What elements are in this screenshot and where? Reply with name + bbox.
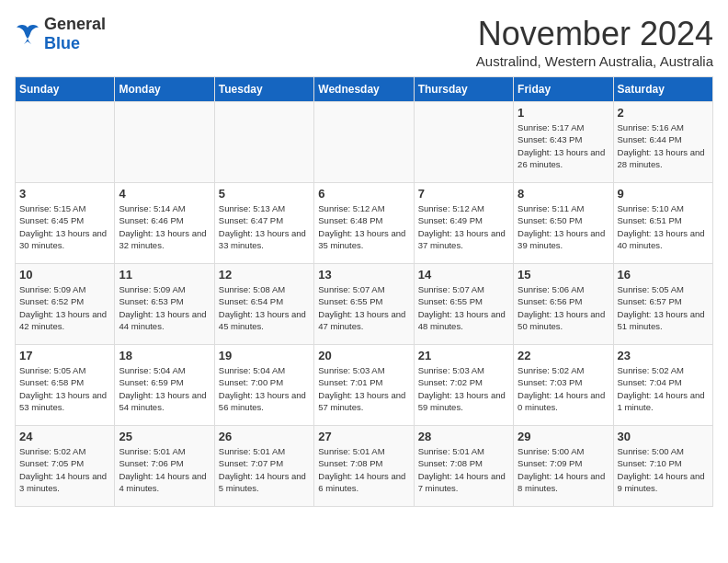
- day-number: 23: [618, 349, 709, 362]
- day-info: Sunrise: 5:17 AMSunset: 6:43 PMDaylight:…: [518, 121, 609, 170]
- day-number: 10: [19, 268, 110, 282]
- day-info: Sunrise: 5:00 AMSunset: 7:09 PMDaylight:…: [518, 445, 609, 494]
- day-number: 4: [119, 187, 210, 201]
- day-info: Sunrise: 5:03 AMSunset: 7:02 PMDaylight:…: [418, 364, 509, 413]
- day-cell: 24Sunrise: 5:02 AMSunset: 7:05 PMDayligh…: [16, 426, 115, 507]
- day-cell: 10Sunrise: 5:09 AMSunset: 6:52 PMDayligh…: [16, 264, 115, 345]
- day-cell: 2Sunrise: 5:16 AMSunset: 6:44 PMDaylight…: [613, 102, 712, 183]
- day-info: Sunrise: 5:07 AMSunset: 6:55 PMDaylight:…: [318, 283, 409, 332]
- day-info: Sunrise: 5:05 AMSunset: 6:58 PMDaylight:…: [19, 364, 110, 413]
- day-number: 5: [219, 187, 310, 201]
- day-number: 3: [19, 187, 110, 201]
- col-header-saturday: Saturday: [613, 77, 712, 102]
- day-number: 20: [318, 349, 409, 362]
- day-info: Sunrise: 5:02 AMSunset: 7:03 PMDaylight:…: [518, 364, 609, 413]
- week-row-2: 3Sunrise: 5:15 AMSunset: 6:45 PMDaylight…: [16, 183, 713, 264]
- col-header-friday: Friday: [514, 77, 613, 102]
- day-info: Sunrise: 5:01 AMSunset: 7:07 PMDaylight:…: [219, 445, 310, 494]
- col-header-wednesday: Wednesday: [314, 77, 414, 102]
- day-number: 21: [418, 349, 509, 362]
- day-cell: 28Sunrise: 5:01 AMSunset: 7:08 PMDayligh…: [414, 426, 513, 507]
- day-info: Sunrise: 5:08 AMSunset: 6:54 PMDaylight:…: [219, 283, 310, 332]
- day-cell: 21Sunrise: 5:03 AMSunset: 7:02 PMDayligh…: [414, 345, 513, 426]
- day-cell: 8Sunrise: 5:11 AMSunset: 6:50 PMDaylight…: [514, 183, 613, 264]
- col-header-thursday: Thursday: [414, 77, 513, 102]
- logo-text: General Blue: [44, 15, 106, 53]
- day-number: 14: [418, 268, 509, 282]
- day-number: 22: [518, 349, 609, 362]
- day-cell: 27Sunrise: 5:01 AMSunset: 7:08 PMDayligh…: [314, 426, 414, 507]
- day-info: Sunrise: 5:16 AMSunset: 6:44 PMDaylight:…: [618, 121, 709, 170]
- month-title: November 2024: [476, 15, 713, 53]
- day-number: 6: [318, 187, 409, 201]
- day-info: Sunrise: 5:00 AMSunset: 7:10 PMDaylight:…: [618, 445, 709, 494]
- col-header-sunday: Sunday: [16, 77, 115, 102]
- header: General Blue November 2024 Australind, W…: [15, 15, 713, 69]
- day-number: 2: [618, 106, 709, 120]
- day-number: 30: [618, 430, 709, 443]
- day-info: Sunrise: 5:03 AMSunset: 7:01 PMDaylight:…: [318, 364, 409, 413]
- day-info: Sunrise: 5:06 AMSunset: 6:56 PMDaylight:…: [518, 283, 609, 332]
- day-info: Sunrise: 5:10 AMSunset: 6:51 PMDaylight:…: [618, 202, 709, 251]
- day-cell: 3Sunrise: 5:15 AMSunset: 6:45 PMDaylight…: [16, 183, 115, 264]
- col-header-monday: Monday: [115, 77, 214, 102]
- day-cell: [314, 102, 414, 183]
- day-info: Sunrise: 5:07 AMSunset: 6:55 PMDaylight:…: [418, 283, 509, 332]
- day-info: Sunrise: 5:05 AMSunset: 6:57 PMDaylight:…: [618, 283, 709, 332]
- day-cell: [16, 102, 115, 183]
- col-header-tuesday: Tuesday: [214, 77, 313, 102]
- day-info: Sunrise: 5:09 AMSunset: 6:52 PMDaylight:…: [19, 283, 110, 332]
- day-number: 11: [119, 268, 210, 282]
- day-info: Sunrise: 5:02 AMSunset: 7:04 PMDaylight:…: [618, 364, 709, 413]
- logo-blue: Blue: [44, 34, 80, 52]
- day-cell: [414, 102, 513, 183]
- day-number: 18: [119, 349, 210, 362]
- day-cell: 16Sunrise: 5:05 AMSunset: 6:57 PMDayligh…: [613, 264, 712, 345]
- day-number: 15: [518, 268, 609, 282]
- day-cell: 26Sunrise: 5:01 AMSunset: 7:07 PMDayligh…: [214, 426, 313, 507]
- day-cell: 25Sunrise: 5:01 AMSunset: 7:06 PMDayligh…: [115, 426, 214, 507]
- day-number: 13: [318, 268, 409, 282]
- day-number: 24: [19, 430, 110, 443]
- day-info: Sunrise: 5:12 AMSunset: 6:49 PMDaylight:…: [418, 202, 509, 251]
- day-info: Sunrise: 5:02 AMSunset: 7:05 PMDaylight:…: [19, 445, 110, 494]
- calendar-table: SundayMondayTuesdayWednesdayThursdayFrid…: [15, 76, 713, 507]
- day-number: 7: [418, 187, 509, 201]
- day-info: Sunrise: 5:01 AMSunset: 7:08 PMDaylight:…: [418, 445, 509, 494]
- day-info: Sunrise: 5:04 AMSunset: 6:59 PMDaylight:…: [119, 364, 210, 413]
- header-row: SundayMondayTuesdayWednesdayThursdayFrid…: [16, 77, 713, 102]
- day-cell: 14Sunrise: 5:07 AMSunset: 6:55 PMDayligh…: [414, 264, 513, 345]
- day-number: 19: [219, 349, 310, 362]
- day-cell: 23Sunrise: 5:02 AMSunset: 7:04 PMDayligh…: [613, 345, 712, 426]
- day-info: Sunrise: 5:09 AMSunset: 6:53 PMDaylight:…: [119, 283, 210, 332]
- day-cell: 30Sunrise: 5:00 AMSunset: 7:10 PMDayligh…: [613, 426, 712, 507]
- day-cell: 11Sunrise: 5:09 AMSunset: 6:53 PMDayligh…: [115, 264, 214, 345]
- day-cell: 20Sunrise: 5:03 AMSunset: 7:01 PMDayligh…: [314, 345, 414, 426]
- day-info: Sunrise: 5:04 AMSunset: 7:00 PMDaylight:…: [219, 364, 310, 413]
- logo-general: General: [44, 15, 106, 33]
- logo: General Blue: [15, 15, 106, 53]
- day-number: 12: [219, 268, 310, 282]
- week-row-1: 1Sunrise: 5:17 AMSunset: 6:43 PMDaylight…: [16, 102, 713, 183]
- day-cell: [214, 102, 313, 183]
- week-row-5: 24Sunrise: 5:02 AMSunset: 7:05 PMDayligh…: [16, 426, 713, 507]
- day-number: 16: [618, 268, 709, 282]
- day-cell: 29Sunrise: 5:00 AMSunset: 7:09 PMDayligh…: [514, 426, 613, 507]
- day-info: Sunrise: 5:15 AMSunset: 6:45 PMDaylight:…: [19, 202, 110, 251]
- day-info: Sunrise: 5:13 AMSunset: 6:47 PMDaylight:…: [219, 202, 310, 251]
- week-row-4: 17Sunrise: 5:05 AMSunset: 6:58 PMDayligh…: [16, 345, 713, 426]
- day-number: 26: [219, 430, 310, 443]
- day-number: 28: [418, 430, 509, 443]
- day-info: Sunrise: 5:14 AMSunset: 6:46 PMDaylight:…: [119, 202, 210, 251]
- logo-bird-icon: [15, 24, 40, 44]
- day-number: 8: [518, 187, 609, 201]
- day-cell: 5Sunrise: 5:13 AMSunset: 6:47 PMDaylight…: [214, 183, 313, 264]
- day-cell: 12Sunrise: 5:08 AMSunset: 6:54 PMDayligh…: [214, 264, 313, 345]
- day-cell: [115, 102, 214, 183]
- day-info: Sunrise: 5:12 AMSunset: 6:48 PMDaylight:…: [318, 202, 409, 251]
- title-area: November 2024 Australind, Western Austra…: [476, 15, 713, 69]
- day-cell: 18Sunrise: 5:04 AMSunset: 6:59 PMDayligh…: [115, 345, 214, 426]
- day-cell: 1Sunrise: 5:17 AMSunset: 6:43 PMDaylight…: [514, 102, 613, 183]
- day-cell: 17Sunrise: 5:05 AMSunset: 6:58 PMDayligh…: [16, 345, 115, 426]
- day-number: 27: [318, 430, 409, 443]
